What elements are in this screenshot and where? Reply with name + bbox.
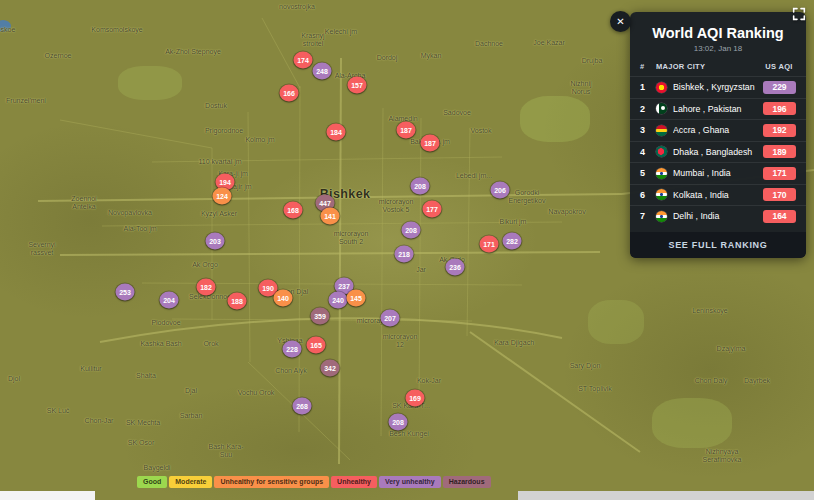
panel-timestamp: 13:02, Jan 18 (630, 44, 806, 53)
kyrgyzstan-flag-icon (656, 82, 667, 93)
aqi-marker[interactable]: 208 (402, 222, 421, 239)
aqi-marker[interactable]: 208 (411, 178, 430, 195)
city-name: Dhaka , Bangladesh (673, 147, 763, 157)
aqi-marker[interactable]: 174 (294, 52, 313, 69)
aqi-marker[interactable]: 124 (213, 188, 232, 205)
rank-number: 3 (640, 125, 656, 135)
aqi-marker[interactable]: 253 (116, 284, 135, 301)
bangladesh-flag-icon (656, 146, 667, 157)
aqi-marker[interactable]: 206 (491, 182, 510, 199)
close-icon: ✕ (616, 16, 624, 27)
rank-number: 2 (640, 104, 656, 114)
pakistan-flag-icon (656, 103, 667, 114)
aqi-marker[interactable]: 268 (293, 398, 312, 415)
aqi-marker[interactable]: 359 (311, 308, 330, 325)
ranking-row[interactable]: 3Accra , Ghana192 (630, 119, 806, 141)
ranking-row[interactable]: 6Kolkata , India170 (630, 184, 806, 206)
ghana-flag-icon (656, 125, 667, 136)
rank-number: 6 (640, 190, 656, 200)
fullscreen-expand-icon (791, 6, 807, 22)
ranking-row[interactable]: 4Dhaka , Bangladesh189 (630, 141, 806, 163)
rank-number: 1 (640, 82, 656, 92)
city-name: Bishkek , Kyrgyzstan (673, 82, 763, 92)
aqi-marker[interactable]: 145 (347, 290, 366, 307)
aqi-badge: 192 (763, 124, 796, 137)
column-us-aqi: US AQI (762, 62, 796, 71)
aqi-marker[interactable]: 166 (280, 85, 299, 102)
aqi-marker[interactable]: 208 (389, 414, 408, 431)
ranking-row[interactable]: 2Lahore , Pakistan196 (630, 98, 806, 120)
horizontal-scrollbar[interactable] (518, 491, 814, 500)
fullscreen-expand-button[interactable] (789, 4, 809, 24)
aqi-marker[interactable]: 248 (313, 63, 332, 80)
aqi-marker[interactable]: 204 (160, 292, 179, 309)
rank-number: 5 (640, 168, 656, 178)
legend-item-usg: Unhealthy for sensitive groups (214, 476, 329, 488)
ranking-rows: 1Bishkek , Kyrgyzstan2292Lahore , Pakist… (630, 76, 806, 227)
aqi-marker[interactable]: 342 (321, 360, 340, 377)
aqi-marker[interactable]: 141 (321, 208, 340, 225)
aqi-marker[interactable]: 168 (284, 202, 303, 219)
legend-item-good: Good (137, 476, 167, 488)
aqi-marker[interactable]: 236 (446, 259, 465, 276)
aqi-marker[interactable]: 188 (228, 293, 247, 310)
aqi-marker[interactable]: 228 (283, 341, 302, 358)
aqi-marker[interactable]: 184 (327, 124, 346, 141)
rank-number: 4 (640, 147, 656, 157)
bottom-white-bar (0, 491, 95, 500)
aqi-marker[interactable]: 187 (397, 122, 416, 139)
aqi-marker[interactable]: 169 (406, 390, 425, 407)
legend-item-very_unhealthy: Very unhealthy (379, 476, 441, 488)
legend-item-moderate: Moderate (169, 476, 212, 488)
aqi-badge: 164 (763, 210, 796, 223)
aqi-marker[interactable]: 165 (307, 337, 326, 354)
close-panel-button[interactable]: ✕ (610, 11, 631, 32)
aqi-marker[interactable]: 171 (480, 236, 499, 253)
see-full-ranking-button[interactable]: SEE FULL RANKING (630, 232, 806, 258)
city-name: Accra , Ghana (673, 125, 763, 135)
world-aqi-ranking-panel: World AQI Ranking 13:02, Jan 18 # MAJOR … (630, 12, 806, 258)
legend-item-unhealthy: Unhealthy (331, 476, 377, 488)
column-major-city: MAJOR CITY (656, 62, 762, 71)
aqi-marker[interactable]: 182 (197, 279, 216, 296)
ranking-row[interactable]: 7Delhi , India164 (630, 205, 806, 227)
aqi-badge: 196 (763, 102, 796, 115)
aqi-badge: 189 (763, 145, 796, 158)
aqi-badge: 170 (763, 188, 796, 201)
ranking-row[interactable]: 1Bishkek , Kyrgyzstan229 (630, 76, 806, 98)
aqi-badge: 171 (763, 167, 796, 180)
aqi-marker[interactable]: 282 (503, 233, 522, 250)
aqi-marker[interactable]: 203 (206, 233, 225, 250)
ranking-table-header: # MAJOR CITY US AQI (630, 53, 806, 76)
india-flag-icon (656, 189, 667, 200)
aqi-marker[interactable]: 218 (395, 246, 414, 263)
rank-number: 7 (640, 211, 656, 221)
panel-title: World AQI Ranking (630, 12, 806, 41)
aqi-legend: GoodModerateUnhealthy for sensitive grou… (137, 476, 491, 488)
city-name: Lahore , Pakistan (673, 104, 763, 114)
aqi-marker[interactable]: 240 (329, 292, 348, 309)
aqi-marker[interactable]: 140 (274, 290, 293, 307)
aqi-marker[interactable]: 177 (423, 201, 442, 218)
aqi-marker[interactable]: 187 (421, 135, 440, 152)
india-flag-icon (656, 211, 667, 222)
aqi-marker[interactable]: 157 (348, 77, 367, 94)
ranking-row[interactable]: 5Mumbai , India171 (630, 162, 806, 184)
column-rank: # (640, 62, 656, 71)
city-name: Delhi , India (673, 211, 763, 221)
city-name: Mumbai , India (673, 168, 763, 178)
india-flag-icon (656, 168, 667, 179)
legend-item-hazardous: Hazardous (443, 476, 491, 488)
aqi-badge: 229 (763, 81, 796, 94)
city-name: Kolkata , India (673, 190, 763, 200)
aqi-marker[interactable]: 207 (381, 310, 400, 327)
